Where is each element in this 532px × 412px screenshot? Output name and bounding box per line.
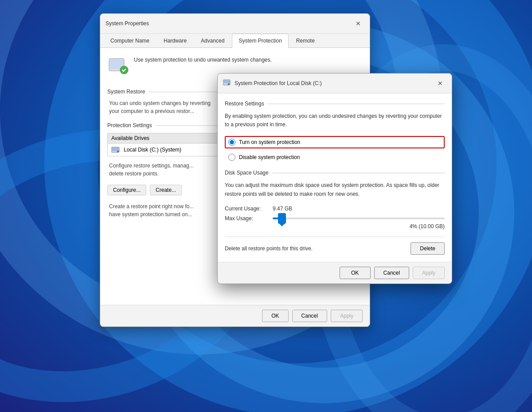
max-usage-slider-container: Max Usage: bbox=[225, 215, 445, 222]
delete-button[interactable]: Delete bbox=[411, 242, 445, 255]
sp-titlebar: System Protection for Local Disk (C:) ✕ bbox=[218, 74, 452, 93]
radio-disable-row: Disable system protection bbox=[226, 152, 445, 163]
slider-track[interactable] bbox=[273, 218, 445, 219]
system-props-tabs: Computer Name Hardware Advanced System P… bbox=[100, 34, 370, 48]
ps-col-drives: Available Drives bbox=[111, 135, 149, 141]
configure-button[interactable]: Configure... bbox=[107, 185, 146, 195]
tab-advanced[interactable]: Advanced bbox=[194, 34, 231, 47]
disk-space-section: Disk Space Usage You can adjust the maxi… bbox=[225, 170, 445, 254]
radio-group: Turn on system protection Disable system… bbox=[225, 136, 445, 163]
apply-button[interactable]: Apply bbox=[331, 310, 363, 322]
disk-usage-header: Disk Space Usage bbox=[225, 170, 445, 176]
cancel-button[interactable]: Cancel bbox=[292, 310, 327, 322]
system-props-footer: OK Cancel Apply bbox=[100, 305, 370, 326]
sp-content: Restore Settings By enabling system prot… bbox=[218, 93, 452, 262]
create-button[interactable]: Create... bbox=[150, 185, 182, 195]
sp-desc: By enabling system protection, you can u… bbox=[225, 112, 445, 129]
delete-row: Delete all restore points for this drive… bbox=[225, 237, 445, 255]
tab-remote[interactable]: Remote bbox=[289, 34, 321, 47]
system-props-titlebar: System Properties ✕ bbox=[100, 14, 370, 34]
svg-point-5 bbox=[117, 151, 119, 152]
system-props-title: System Properties bbox=[106, 20, 149, 27]
sp-title-left: System Protection for Local Disk (C:) bbox=[223, 79, 322, 88]
current-usage-value: 9.47 GB bbox=[273, 206, 292, 212]
radio-disable[interactable] bbox=[228, 154, 235, 161]
radio-turn-on-label: Turn on system protection bbox=[239, 139, 300, 145]
sp-ok-button[interactable]: OK bbox=[340, 267, 371, 279]
sp-dialog: System Protection for Local Disk (C:) ✕ … bbox=[217, 73, 452, 284]
disk-icon bbox=[111, 146, 120, 153]
delete-text: Delete all restore points for this drive… bbox=[225, 245, 313, 252]
radio-turn-on-row: Turn on system protection bbox=[225, 136, 445, 148]
svg-point-8 bbox=[228, 83, 230, 85]
info-text: Use system protection to undo unwanted s… bbox=[134, 57, 272, 63]
sp-dialog-close-button[interactable]: ✕ bbox=[434, 77, 446, 89]
current-usage-label: Current Usage: bbox=[225, 206, 269, 212]
radio-disable-label: Disable system protection bbox=[239, 154, 300, 160]
ok-button[interactable]: OK bbox=[262, 310, 288, 322]
tab-hardware[interactable]: Hardware bbox=[157, 34, 193, 47]
svg-rect-7 bbox=[223, 80, 230, 83]
svg-rect-4 bbox=[112, 148, 119, 151]
radio-turn-on[interactable] bbox=[228, 139, 235, 146]
tab-system-protection[interactable]: System Protection bbox=[232, 34, 288, 48]
sp-dialog-title: System Protection for Local Disk (C:) bbox=[235, 80, 322, 86]
tab-computer-name[interactable]: Computer Name bbox=[104, 34, 156, 47]
disk-desc: You can adjust the maximum disk space us… bbox=[225, 181, 445, 198]
system-props-close-button[interactable]: ✕ bbox=[352, 17, 364, 30]
ps-drive-name: Local Disk (C:) (System) bbox=[124, 147, 181, 153]
sp-cancel-button[interactable]: Cancel bbox=[374, 267, 409, 279]
sp-apply-button[interactable]: Apply bbox=[413, 267, 445, 279]
sp-footer: OK Cancel Apply bbox=[218, 262, 452, 284]
svg-point-2 bbox=[120, 66, 128, 74]
current-usage-row: Current Usage: 9.47 GB bbox=[225, 206, 445, 212]
max-usage-label: Max Usage: bbox=[225, 215, 269, 222]
system-protection-icon bbox=[107, 55, 129, 76]
restore-settings-header: Restore Settings bbox=[225, 101, 445, 107]
slider-percentage: 4% (10.00 GB) bbox=[225, 223, 445, 229]
sp-title-icon bbox=[223, 79, 231, 88]
slider-thumb[interactable] bbox=[278, 213, 286, 224]
